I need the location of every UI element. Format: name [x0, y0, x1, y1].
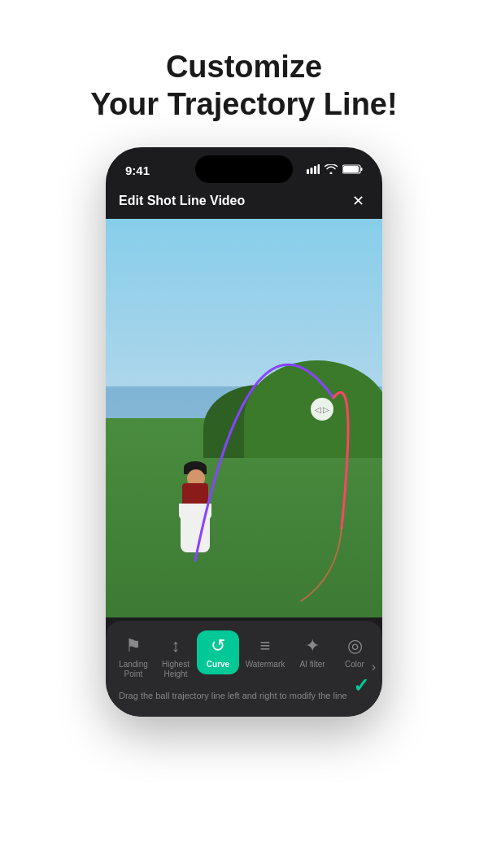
svg-rect-2	[314, 166, 316, 174]
status-icons	[307, 164, 363, 177]
checkmark-button[interactable]: ✓	[353, 674, 369, 697]
toolbar-item-highest-height[interactable]: ↕ HighestHeight	[155, 630, 197, 684]
watermark-label: Watermark	[246, 660, 285, 670]
toolbar-item-landing-point[interactable]: ⚑ LandingPoint	[112, 630, 155, 684]
svg-rect-6	[361, 168, 363, 171]
handle-arrows: ◁ ▷	[315, 405, 330, 414]
toolbar-item-curve[interactable]: ↺ Curve	[197, 630, 239, 674]
battery-icon	[342, 164, 363, 177]
color-icon: ◎	[347, 635, 363, 656]
toolbar-arrow[interactable]: ›	[372, 660, 376, 674]
watermark-icon: ≡	[260, 635, 271, 656]
toolbar-item-watermark[interactable]: ≡ Watermark	[239, 630, 291, 674]
curve-label: Curve	[207, 660, 229, 670]
curve-icon: ↺	[211, 635, 225, 656]
landing-point-label: LandingPoint	[119, 660, 148, 679]
ai-filter-label: AI filter	[299, 660, 325, 670]
hills	[216, 338, 382, 458]
highest-height-icon: ↕	[172, 635, 181, 656]
app-header: Edit Shot Line Video ✕	[106, 183, 382, 219]
svg-rect-1	[311, 168, 313, 174]
svg-rect-3	[318, 164, 320, 174]
highest-height-label: HighestHeight	[162, 660, 190, 679]
golfer-legs	[181, 508, 210, 552]
trajectory-handle[interactable]: ◁ ▷	[311, 398, 333, 421]
toolbar-hint: Drag the ball trajectory line left and r…	[106, 684, 382, 700]
wifi-icon	[325, 164, 338, 177]
toolbar-item-color[interactable]: ◎ Color	[333, 630, 376, 674]
toolbar-item-ai-filter[interactable]: ✦ AI filter	[291, 630, 333, 674]
page-header: Customize Your Trajectory Line!	[90, 49, 397, 123]
dynamic-island	[195, 155, 293, 183]
bottom-toolbar: ⚑ LandingPoint ↕ HighestHeight ↺ Curve ≡…	[106, 621, 382, 717]
ai-filter-icon: ✦	[305, 635, 320, 656]
signal-icon	[307, 164, 320, 177]
golfer-figure	[171, 422, 220, 552]
phone-frame: 9:41	[106, 147, 382, 717]
header-line2: Your Trajectory Line!	[90, 86, 397, 124]
toolbar-items: ⚑ LandingPoint ↕ HighestHeight ↺ Curve ≡…	[106, 630, 382, 684]
svg-rect-0	[307, 169, 309, 174]
close-button[interactable]: ✕	[346, 190, 369, 212]
color-label: Color	[345, 660, 364, 670]
video-container: ◁ ▷	[106, 219, 382, 617]
app-title: Edit Shot Line Video	[119, 194, 245, 208]
status-bar: 9:41	[106, 147, 382, 183]
status-time: 9:41	[125, 164, 150, 177]
svg-rect-5	[343, 166, 359, 172]
scene-background	[106, 219, 382, 617]
landing-point-icon: ⚑	[125, 635, 142, 656]
header-line1: Customize	[90, 49, 397, 86]
